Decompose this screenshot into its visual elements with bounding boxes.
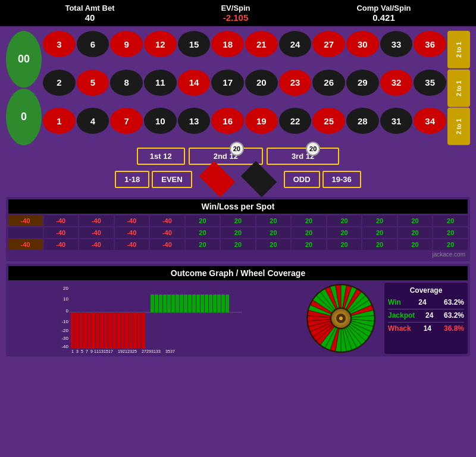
number-cell-28[interactable]: 28 [346, 108, 379, 134]
wl-cell-r1-c11: 20 [398, 227, 433, 238]
bet-1-18[interactable]: 1-18 [115, 171, 149, 188]
pos-bar-20 [155, 295, 158, 312]
wl-cell-r2-c2: -40 [79, 239, 114, 250]
wl-cell-r1-c3: -40 [115, 227, 149, 238]
svg-text:3: 3 [76, 349, 79, 353]
pos-bar-32 [205, 295, 208, 312]
pos-bar-33 [209, 295, 212, 312]
number-cell-3[interactable]: 3 [43, 31, 76, 57]
number-cell-12[interactable]: 12 [144, 31, 177, 57]
wl-cell-r2-c12: 20 [433, 239, 468, 250]
number-cell-17[interactable]: 17 [211, 70, 244, 96]
number-cell-29[interactable]: 29 [346, 70, 379, 96]
number-cell-14[interactable]: 14 [178, 70, 211, 96]
whack-pct: 36.8% [444, 324, 464, 333]
win-pct: 63.2% [444, 298, 464, 306]
svg-text:5: 5 [81, 349, 83, 353]
number-cell-13[interactable]: 13 [178, 108, 211, 134]
number-cell-7[interactable]: 7 [110, 108, 143, 134]
outcome-title: Outcome Graph / Wheel Coverage [8, 266, 468, 280]
number-cell-15[interactable]: 15 [178, 31, 211, 57]
outcome-body: 20 10 0 -10 -20 -30 -40 1 3 5 7 [8, 283, 468, 354]
comp-val-value: 0.421 [356, 12, 411, 23]
wl-grid: -40-40-40-40-402020202020202020-40-40-40… [8, 215, 468, 250]
side-bets-column: 2 to 1 2 to 1 2 to 1 [447, 31, 470, 145]
number-cell-27[interactable]: 27 [312, 31, 345, 57]
pos-bar-36 [221, 295, 225, 312]
number-cell-9[interactable]: 9 [110, 31, 143, 57]
x-labels: 1 3 5 7 9 11 13 15 17 19 21 23 25 27 29 … [71, 349, 175, 353]
pos-bar-37 [226, 295, 229, 312]
bet-odd[interactable]: ODD [284, 171, 320, 188]
number-cell-34[interactable]: 34 [414, 108, 446, 134]
side-bet-top[interactable]: 2 to 1 [447, 31, 470, 68]
roulette-grid: 00 0 36912151821242730333625811141720232… [6, 31, 470, 145]
side-bet-mid[interactable]: 2 to 1 [447, 70, 470, 107]
number-cell-21[interactable]: 21 [245, 31, 278, 57]
number-cell-36[interactable]: 36 [414, 31, 446, 57]
bet-19-36[interactable]: 19-36 [322, 171, 361, 188]
number-cell-19[interactable]: 19 [245, 108, 278, 134]
number-cell-10[interactable]: 10 [144, 108, 177, 134]
zero-column: 00 0 [6, 31, 42, 145]
svg-text:21: 21 [123, 349, 127, 353]
wl-cell-r2-c9: 20 [327, 239, 362, 250]
number-cell-26[interactable]: 26 [312, 70, 345, 96]
pos-bar-29 [192, 295, 196, 312]
wl-row-0: -40-40-40-40-402020202020202020 [8, 215, 468, 226]
neg-bar-11 [112, 312, 116, 348]
number-cell-31[interactable]: 31 [380, 108, 413, 134]
red-diamond[interactable] [199, 161, 235, 198]
svg-text:27: 27 [142, 349, 146, 353]
wl-cell-r2-c6: 20 [221, 239, 255, 250]
number-cell-11[interactable]: 11 [144, 70, 177, 96]
svg-text:19: 19 [118, 349, 123, 353]
coverage-whack-row: Whack 14 36.8% [388, 324, 464, 333]
number-cell-4[interactable]: 4 [77, 108, 109, 134]
pos-bar-35 [217, 295, 221, 312]
pos-bar-34 [213, 295, 217, 312]
wl-cell-r1-c2: -40 [79, 227, 114, 238]
neg-bar-6 [92, 312, 95, 348]
bet-even[interactable]: EVEN [152, 171, 192, 188]
neg-bar-2 [75, 312, 79, 348]
number-cell-25[interactable]: 25 [312, 108, 345, 134]
number-cell-32[interactable]: 32 [380, 70, 413, 96]
svg-text:37: 37 [170, 349, 175, 353]
coverage-win-row: Win 24 63.2% [388, 298, 464, 306]
y-label--20: -20 [61, 328, 68, 333]
number-cell-8[interactable]: 8 [110, 70, 143, 96]
dozen-1st-label: 1st 12 [150, 152, 172, 161]
negative-bars [71, 312, 145, 348]
ev-spin-value: -2.105 [221, 12, 250, 23]
number-cell-5[interactable]: 5 [77, 70, 109, 96]
number-cell-1[interactable]: 1 [43, 108, 76, 134]
number-cell-2[interactable]: 2 [43, 70, 76, 96]
number-cell-6[interactable]: 6 [77, 31, 109, 57]
wl-cell-r2-c3: -40 [115, 239, 149, 250]
coverage-divider-2 [388, 322, 464, 323]
dozen-1st[interactable]: 1st 12 [137, 148, 185, 165]
number-cell-22[interactable]: 22 [279, 108, 312, 134]
number-cell-20[interactable]: 20 [245, 70, 278, 96]
svg-text:35: 35 [165, 349, 170, 353]
double-zero-cell[interactable]: 00 [6, 31, 42, 87]
ev-spin-stat: EV/Spin -2.105 [221, 4, 250, 23]
dozen-3rd[interactable]: 3rd 12 20 [267, 148, 339, 165]
number-cell-35[interactable]: 35 [414, 70, 446, 96]
neg-bar-12 [117, 312, 120, 348]
number-cell-33[interactable]: 33 [380, 31, 413, 57]
svg-text:25: 25 [132, 349, 137, 353]
number-cell-16[interactable]: 16 [211, 108, 244, 134]
total-bet-value: 40 [65, 12, 114, 23]
side-bet-bot[interactable]: 2 to 1 [447, 108, 470, 145]
number-cell-24[interactable]: 24 [279, 31, 312, 57]
number-cell-30[interactable]: 30 [346, 31, 379, 57]
number-cell-23[interactable]: 23 [279, 70, 312, 96]
dozens-row: 1st 12 2nd 12 20 3rd 12 20 [6, 148, 470, 165]
zero-cell[interactable]: 0 [6, 89, 42, 145]
black-diamond[interactable] [240, 161, 277, 198]
number-cell-18[interactable]: 18 [211, 31, 244, 57]
neg-bar-18 [142, 312, 145, 348]
dozen-2nd[interactable]: 2nd 12 20 [189, 148, 263, 165]
